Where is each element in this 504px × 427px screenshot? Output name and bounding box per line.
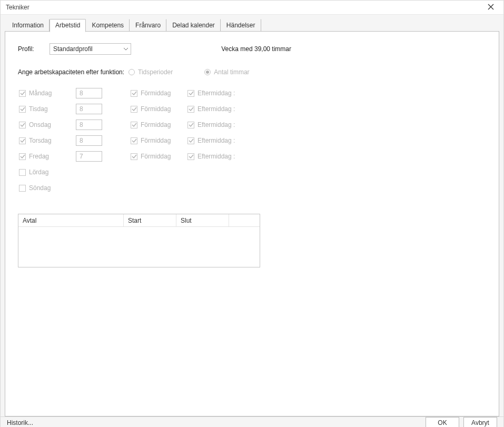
em-checkbox-torsdag[interactable]: Eftermiddag : [187, 137, 240, 144]
day-checkbox-tisdag[interactable]: Tisdag [19, 105, 72, 113]
day-row-fredag: Fredag 7 Förmiddag Eftermiddag : [19, 148, 486, 164]
checkbox-icon [19, 106, 26, 113]
checkbox-icon [187, 153, 194, 160]
day-label: Söndag [29, 184, 51, 192]
radio-label: Antal timmar [214, 68, 249, 76]
day-row-tisdag: Tisdag 8 Förmiddag Eftermiddag : [19, 101, 486, 117]
titlebar: Tekniker [1, 1, 503, 15]
capacity-label: Ange arbetskapaciteten efter funktion: [18, 68, 129, 76]
history-link[interactable]: Historik... [7, 419, 33, 426]
checkbox-icon [131, 137, 137, 144]
day-row-sondag: Söndag [19, 180, 486, 196]
checkbox-icon [131, 106, 137, 113]
day-checkbox-lordag[interactable]: Lördag [19, 168, 72, 176]
period-group: Förmiddag Eftermiddag : [131, 90, 240, 97]
fm-checkbox-torsdag[interactable]: Förmiddag [131, 137, 183, 144]
tab-label: Händelser [226, 22, 255, 29]
day-row-lordag: Lördag [19, 164, 486, 180]
dialog-window: Tekniker Information Arbetstid Kompetens… [0, 0, 504, 427]
checkbox-icon [187, 90, 194, 97]
table-header: Avtal Start Slut [18, 214, 260, 227]
checkbox-icon [19, 185, 26, 192]
period-group: Förmiddag Eftermiddag : [131, 137, 240, 144]
em-label: Eftermiddag : [197, 105, 235, 113]
hours-value: 7 [80, 153, 83, 160]
em-label: Eftermiddag : [197, 137, 235, 144]
tab-handelser[interactable]: Händelser [221, 19, 261, 32]
table-body[interactable] [18, 227, 260, 267]
close-icon [488, 4, 494, 12]
period-group: Förmiddag Eftermiddag : [131, 153, 240, 160]
tab-kompetens[interactable]: Kompetens [86, 19, 130, 32]
fm-checkbox-tisdag[interactable]: Förmiddag [131, 105, 183, 113]
days-grid: Måndag 8 Förmiddag Eftermiddag : [19, 85, 486, 196]
em-checkbox-fredag[interactable]: Eftermiddag : [187, 153, 240, 160]
chevron-down-icon [123, 46, 129, 52]
em-checkbox-onsdag[interactable]: Eftermiddag : [187, 121, 240, 128]
checkbox-icon [187, 122, 194, 128]
day-checkbox-fredag[interactable]: Fredag [19, 153, 72, 160]
checkbox-icon [19, 90, 26, 97]
fm-checkbox-mandag[interactable]: Förmiddag [131, 90, 183, 97]
day-checkbox-onsdag[interactable]: Onsdag [19, 121, 72, 128]
hours-value: 8 [80, 121, 83, 128]
tab-panel-arbetstid: Profil: Standardprofil Vecka med 39,00 t… [5, 31, 499, 416]
checkbox-icon [19, 153, 26, 160]
tab-label: Kompetens [92, 22, 124, 29]
em-checkbox-mandag[interactable]: Eftermiddag : [187, 90, 240, 97]
hours-input-mandag[interactable]: 8 [76, 88, 102, 98]
fm-label: Förmiddag [141, 90, 171, 97]
ok-button[interactable]: OK [426, 417, 459, 427]
day-checkbox-sondag[interactable]: Söndag [19, 184, 72, 192]
tab-information[interactable]: Information [7, 19, 50, 32]
em-label: Eftermiddag : [197, 153, 235, 160]
checkbox-icon [19, 169, 26, 176]
tab-label: Frånvaro [135, 22, 161, 29]
day-label: Lördag [29, 168, 48, 176]
column-start[interactable]: Start [124, 214, 176, 226]
radio-label: Tidsperioder [138, 68, 173, 76]
tab-label: Delad kalender [172, 22, 215, 29]
hours-input-torsdag[interactable]: 8 [76, 135, 102, 146]
hours-input-tisdag[interactable]: 8 [76, 104, 102, 114]
hours-input-fredag[interactable]: 7 [76, 151, 102, 162]
em-label: Eftermiddag : [197, 121, 235, 128]
checkbox-icon [19, 122, 26, 128]
column-avtal[interactable]: Avtal [18, 214, 124, 226]
column-slut[interactable]: Slut [176, 214, 229, 226]
checkbox-icon [19, 137, 26, 144]
capacity-row: Ange arbetskapaciteten efter funktion: T… [18, 68, 486, 76]
profile-row: Profil: Standardprofil Vecka med 39,00 t… [18, 43, 486, 55]
profile-dropdown[interactable]: Standardprofil [50, 43, 131, 55]
profile-label: Profil: [18, 45, 50, 53]
em-label: Eftermiddag : [197, 90, 235, 97]
day-row-mandag: Måndag 8 Förmiddag Eftermiddag : [19, 85, 486, 101]
period-group: Förmiddag Eftermiddag : [131, 105, 240, 113]
hours-value: 8 [80, 90, 83, 97]
day-checkbox-mandag[interactable]: Måndag [19, 90, 72, 97]
hours-input-onsdag[interactable]: 8 [76, 120, 102, 130]
period-group: Förmiddag Eftermiddag : [131, 121, 240, 128]
profile-dropdown-value: Standardprofil [53, 45, 93, 53]
tab-arbetstid[interactable]: Arbetstid [50, 19, 86, 32]
tab-delad-kalender[interactable]: Delad kalender [166, 19, 221, 32]
radio-icon [129, 69, 135, 75]
close-button[interactable] [481, 1, 500, 14]
day-checkbox-torsdag[interactable]: Torsdag [19, 137, 72, 144]
agreements-table: Avtal Start Slut [18, 214, 260, 267]
fm-label: Förmiddag [141, 153, 171, 160]
fm-checkbox-fredag[interactable]: Förmiddag [131, 153, 183, 160]
day-label: Tisdag [29, 105, 48, 113]
tab-franvaro[interactable]: Frånvaro [130, 19, 166, 32]
em-checkbox-tisdag[interactable]: Eftermiddag : [187, 105, 240, 113]
radio-antal-timmar[interactable]: Antal timmar [204, 68, 249, 76]
radio-tidsperioder[interactable]: Tidsperioder [129, 68, 173, 76]
fm-checkbox-onsdag[interactable]: Förmiddag [131, 121, 183, 128]
day-label: Torsdag [29, 137, 52, 144]
window-title: Tekniker [6, 4, 481, 11]
checkbox-icon [131, 122, 137, 128]
day-label: Fredag [29, 153, 49, 160]
cancel-button[interactable]: Avbryt [463, 417, 497, 427]
day-label: Måndag [29, 90, 52, 97]
checkbox-icon [187, 137, 194, 144]
